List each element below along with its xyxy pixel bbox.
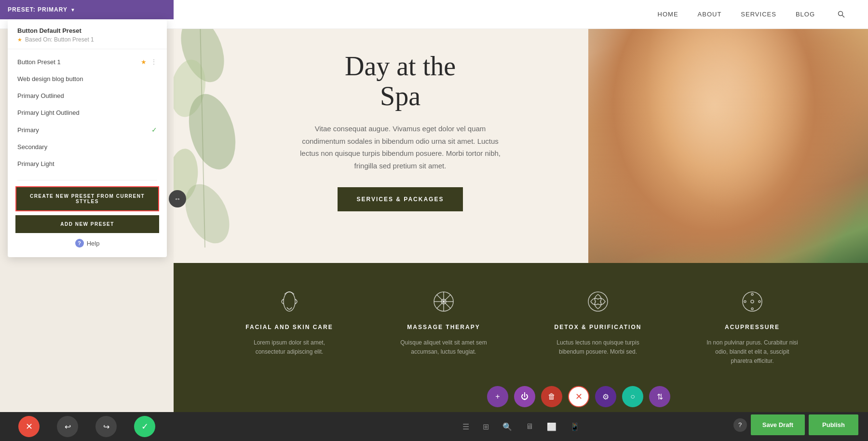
main-content: Day at theSpa Vitae consequat augue. Viv… [174, 0, 868, 441]
hero-leaves-decoration [174, 0, 260, 263]
svg-point-16 [751, 293, 753, 295]
nav-blog[interactable]: BLOG [796, 11, 815, 18]
hero-text-content: Day at theSpa Vitae consequat augue. Viv… [299, 52, 502, 211]
nav-search-icon[interactable] [834, 7, 849, 22]
hero-subtitle: Vitae consequat augue. Vivamus eget dolo… [299, 123, 502, 172]
preset-item-web-design[interactable]: Web design blog button [8, 70, 167, 87]
toolbar-search-icon[interactable]: 🔍 [501, 420, 514, 433]
preset-topbar-title[interactable]: Preset: Primary ▼ [8, 6, 76, 13]
hero-title: Day at theSpa [299, 52, 502, 111]
toolbar-tablet-icon[interactable]: ⬜ [545, 420, 558, 433]
preset-item-name: Primary Light Outlined [17, 109, 157, 116]
toolbar-undo-button[interactable]: ↩ [57, 416, 78, 437]
svg-point-10 [284, 292, 295, 311]
nav-links: HOME ABOUT SERVICES BLOG [658, 7, 849, 22]
preset-item-actions: ★ ⋮ [141, 58, 157, 66]
nav-about[interactable]: ABOUT [698, 11, 722, 18]
fab-close-icon[interactable]: ✕ [568, 386, 589, 407]
preset-item-primary-light[interactable]: Primary Light [8, 155, 167, 172]
help-icon: ? [75, 239, 84, 248]
service-title-facial: FACIAL AND SKIN CARE [245, 324, 333, 331]
preset-item-name: Primary Outlined [17, 92, 157, 99]
preset-item-secondary[interactable]: Secondary [8, 138, 167, 155]
preset-item-primary-outlined[interactable]: Primary Outlined [8, 87, 167, 104]
add-preset-button[interactable]: ADD NEW PRESET [15, 215, 159, 233]
fab-clock-icon[interactable]: ○ [622, 386, 643, 407]
floating-action-buttons: + ⏻ 🗑 ✕ ⚙ ○ ⇅ [487, 386, 670, 407]
preset-item-name: Primary Light [17, 160, 157, 167]
svg-point-19 [759, 301, 760, 303]
star-icon-based-on: ★ [17, 37, 22, 43]
preset-dropdown-card: Button Default Preset ★ Based On: Button… [8, 19, 167, 257]
service-item-detox: DETOX & PURIFICATION Luctus lectus non q… [550, 287, 646, 357]
check-icon-primary: ✓ [151, 126, 157, 134]
svg-point-13 [588, 292, 608, 311]
service-title-detox: DETOX & PURIFICATION [555, 324, 642, 331]
preset-item-primary-light-outlined[interactable]: Primary Light Outlined [8, 104, 167, 121]
toolbar-menu-icon[interactable]: ☰ [461, 420, 471, 433]
fab-sort-icon[interactable]: ⇅ [649, 386, 670, 407]
fab-power-icon[interactable]: ⏻ [514, 386, 535, 407]
star-icon-preset-1[interactable]: ★ [141, 58, 147, 66]
service-item-acupressure: ACUPRESSURE In non pulvinar purus. Curab… [704, 287, 800, 366]
preset-item-name: Secondary [17, 143, 157, 151]
svg-point-14 [743, 292, 762, 311]
service-desc-facial: Lorem ipsum dolor sit amet, consectetur … [241, 338, 338, 357]
service-desc-detox: Luctus lectus non quisque turpis bibendu… [550, 338, 646, 357]
service-title-massage: MASSAGE THERAPY [407, 324, 480, 331]
default-preset-title: Button Default Preset [17, 27, 157, 34]
service-item-facial: FACIAL AND SKIN CARE Lorem ipsum dolor s… [241, 287, 338, 357]
nav-services[interactable]: SERVICES [741, 11, 776, 18]
preset-item-name: Web design blog button [17, 75, 157, 83]
svg-point-18 [744, 301, 746, 303]
preset-item-name: Primary [17, 126, 151, 134]
svg-point-2 [839, 11, 843, 15]
dots-icon-preset-1[interactable]: ⋮ [150, 58, 157, 66]
create-preset-row: CREATE NEW PRESET FROM CURRENT STYLES ↔ [8, 186, 167, 211]
toolbar-left: ✕ ↩ ↪ ✓ [0, 416, 174, 437]
dropdown-arrow-icon: ▼ [70, 7, 76, 13]
preset-list: Button Preset 1 ★ ⋮ Web design blog butt… [8, 49, 167, 176]
publish-area: ? Save Draft Publish [733, 414, 858, 435]
toolbar-grid-icon[interactable]: ⊞ [481, 420, 491, 433]
hero-section: Day at theSpa Vitae consequat augue. Viv… [174, 0, 868, 263]
toolbar-redo-button[interactable]: ↪ [95, 416, 117, 437]
dropdown-divider [17, 180, 157, 180]
rotate-icon-button[interactable]: ↔ [169, 190, 186, 207]
fab-plus-icon[interactable]: + [487, 386, 508, 407]
nav-home[interactable]: HOME [658, 11, 678, 18]
preset-topbar: Preset: Primary ▼ [0, 0, 174, 19]
service-title-acupressure: ACUPRESSURE [725, 324, 780, 331]
fab-settings-icon[interactable]: ⚙ [595, 386, 616, 407]
toolbar-close-button[interactable]: ✕ [18, 416, 40, 437]
service-item-massage: MASSAGE THERAPY Quisque aliquet velit si… [395, 287, 492, 357]
preset-item-button-preset-1[interactable]: Button Preset 1 ★ ⋮ [8, 53, 167, 70]
preset-item-name: Button Preset 1 [17, 58, 141, 66]
svg-point-15 [751, 300, 754, 303]
toolbar-check-button[interactable]: ✓ [134, 416, 155, 437]
preset-item-actions-primary: ✓ [151, 126, 157, 134]
fab-trash-icon[interactable]: 🗑 [541, 386, 562, 407]
toolbar-desktop-icon[interactable]: 🖥 [524, 420, 535, 433]
create-preset-button[interactable]: CREATE NEW PRESET FROM CURRENT STYLES [15, 186, 159, 211]
hero-image [588, 0, 868, 263]
preset-item-primary[interactable]: Primary ✓ [8, 121, 167, 138]
service-desc-massage: Quisque aliquet velit sit amet sem accum… [395, 338, 492, 357]
based-on-sub: ★ Based On: Button Preset 1 [17, 36, 157, 43]
services-packages-button[interactable]: SERVICES & PACKAGES [338, 187, 463, 211]
svg-line-3 [842, 15, 845, 17]
help-publish-icon[interactable]: ? [733, 418, 747, 432]
publish-button[interactable]: Publish [809, 414, 858, 435]
based-on-label: Based On: Button Preset 1 [25, 36, 94, 43]
help-label: Help [87, 240, 100, 247]
hero-left: Day at theSpa Vitae consequat augue. Viv… [174, 0, 588, 263]
svg-point-17 [751, 308, 753, 310]
help-row[interactable]: ? Help [8, 239, 167, 248]
based-on-section: Button Default Preset ★ Based On: Button… [8, 19, 167, 49]
toolbar-mobile-icon[interactable]: 📱 [568, 420, 582, 433]
service-desc-acupressure: In non pulvinar purus. Curabitur nisi od… [704, 338, 800, 366]
save-draft-button[interactable]: Save Draft [751, 414, 805, 435]
